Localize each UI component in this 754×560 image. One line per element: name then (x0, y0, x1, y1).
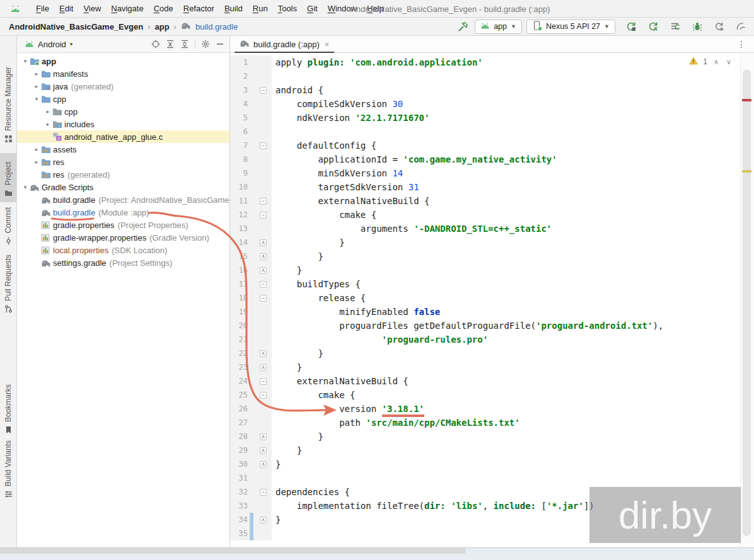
code-line[interactable]: 7− defaultConfig { (230, 139, 740, 152)
line-number[interactable]: 13 (230, 224, 249, 233)
editor-gutter[interactable]: 25− (230, 388, 272, 402)
editor-gutter[interactable]: 21 (230, 333, 272, 346)
code-line[interactable]: 20 proguardFiles getDefaultProguardFile(… (230, 319, 740, 333)
line-number[interactable]: 23 (230, 363, 249, 372)
line-number[interactable]: 14 (230, 238, 249, 247)
line-number[interactable]: 6 (230, 127, 249, 136)
tree-chevron-icon[interactable]: ▸ (32, 146, 41, 152)
menu-refactor[interactable]: Refactor (178, 1, 219, 16)
code-line[interactable]: 24− externalNativeBuild { (230, 374, 740, 388)
line-number[interactable]: 4 (230, 100, 249, 108)
tree-chevron-icon[interactable]: ▾ (21, 58, 30, 64)
code-line[interactable]: 23∧ } (230, 360, 740, 374)
tree-chevron-icon[interactable]: ▸ (44, 121, 52, 127)
code-line[interactable]: 28∧ } (230, 430, 740, 443)
fold-end-icon[interactable]: ∧ (260, 461, 267, 468)
line-number[interactable]: 2 (230, 72, 249, 81)
code-line[interactable]: 16∧ } (230, 263, 740, 277)
menu-view[interactable]: View (78, 1, 106, 16)
code-line[interactable]: 26 version '3.18.1' (230, 402, 740, 416)
code-line[interactable]: 2 (230, 69, 740, 83)
code-line[interactable]: 13 arguments '-DANDROID_STL=c++_static' (230, 222, 740, 236)
fold-open-icon[interactable]: − (260, 281, 267, 288)
tree-chevron-icon[interactable]: ▸ (32, 159, 41, 165)
fold-open-icon[interactable]: − (260, 378, 267, 385)
line-number[interactable]: 24 (230, 377, 249, 386)
editor-gutter[interactable]: 5 (230, 111, 272, 125)
fold-open-icon[interactable]: − (260, 142, 267, 149)
code-line[interactable]: 18− release { (230, 291, 740, 305)
profiler-icon[interactable] (734, 20, 749, 33)
editor-gutter[interactable]: 10 (230, 180, 272, 194)
locate-icon[interactable] (151, 40, 160, 49)
editor-gutter[interactable]: 26 (230, 402, 272, 416)
fold-end-icon[interactable]: ∧ (260, 239, 267, 246)
tab-build-gradle[interactable]: build.gradle (:app) × (233, 36, 335, 53)
editor-gutter[interactable]: 14∧ (230, 236, 272, 249)
tree-item-gradle-scripts[interactable]: ▾Gradle Scripts (17, 181, 229, 193)
code-line[interactable]: 10 targetSdkVersion 31 (230, 180, 740, 194)
editor-gutter[interactable]: 20 (230, 319, 272, 333)
breadcrumb-module[interactable]: app (154, 22, 169, 31)
line-number[interactable]: 29 (230, 446, 249, 455)
editor-gutter[interactable]: 17− (230, 277, 272, 291)
code-line[interactable]: 15∧ } (230, 249, 740, 263)
line-number[interactable]: 32 (230, 488, 249, 496)
scroll-stripe-mark[interactable] (742, 170, 751, 173)
expand-all-icon[interactable] (166, 40, 175, 49)
editor-gutter[interactable]: 12− (230, 208, 272, 222)
chevron-down-icon[interactable]: ▾ (70, 41, 73, 47)
tree-chevron-icon[interactable]: ▾ (21, 184, 30, 190)
menu-tools[interactable]: Tools (273, 1, 302, 16)
fold-open-icon[interactable]: − (260, 392, 267, 399)
tree-item-java[interactable]: ▸java(generated) (17, 80, 229, 93)
build-hammer-button[interactable] (455, 20, 470, 33)
project-view-selector[interactable]: Android (38, 40, 66, 49)
fold-open-icon[interactable]: − (260, 87, 267, 94)
line-number[interactable]: 11 (230, 197, 249, 205)
tree-item-assets[interactable]: ▸assets (17, 143, 229, 156)
menu-code[interactable]: Code (149, 1, 178, 16)
code-line[interactable]: 21 'proguard-rules.pro' (230, 333, 740, 346)
editor-gutter[interactable]: 15∧ (230, 249, 272, 263)
line-number[interactable]: 8 (230, 155, 249, 164)
editor-gutter[interactable]: 23∧ (230, 360, 272, 374)
fold-open-icon[interactable]: − (260, 198, 267, 205)
stripe-item-structure[interactable]: Structure (0, 536, 16, 547)
editor-gutter[interactable]: 22∧ (230, 346, 272, 360)
line-number[interactable]: 1 (230, 58, 249, 67)
editor-gutter[interactable]: 29∧ (230, 443, 272, 457)
menu-git[interactable]: Git (302, 1, 323, 16)
tree-chevron-icon[interactable]: ▸ (32, 83, 41, 89)
fold-end-icon[interactable]: ∧ (260, 253, 267, 260)
editor-gutter[interactable]: 35 (230, 527, 272, 540)
line-number[interactable]: 9 (230, 169, 249, 178)
editor-gutter[interactable]: 16∧ (230, 263, 272, 277)
breadcrumb-project[interactable]: AndroidNative_BasicGame_Evgen (9, 22, 143, 31)
code-line[interactable]: 9 minSdkVersion 14 (230, 166, 740, 180)
more-options-icon[interactable]: ⋮ (737, 39, 754, 49)
stripe-item-bookmarks[interactable]: Bookmarks (0, 387, 16, 439)
breadcrumb-file[interactable]: build.gradle (195, 22, 238, 31)
code-line[interactable]: 25− cmake { (230, 388, 740, 402)
editor-gutter[interactable]: 33 (230, 499, 272, 513)
editor-gutter[interactable]: 8 (230, 152, 272, 166)
line-number[interactable]: 19 (230, 307, 249, 316)
code-line[interactable]: 31 (230, 471, 740, 485)
fold-end-icon[interactable]: ∧ (260, 350, 267, 357)
editor-gutter[interactable]: 34∧ (230, 513, 272, 527)
tree-item-app[interactable]: ▾app (17, 55, 229, 67)
chevron-down-icon[interactable]: ∨ (725, 58, 733, 66)
editor-gutter[interactable]: 4 (230, 97, 272, 111)
tree-item-manifests[interactable]: ▸manifests (17, 67, 229, 80)
hide-panel-icon[interactable] (216, 40, 224, 49)
editor-gutter[interactable]: 18− (230, 291, 272, 305)
code-line[interactable]: 22∧ } (230, 346, 740, 360)
editor-gutter[interactable]: 28∧ (230, 430, 272, 443)
settings-gear-icon[interactable] (201, 40, 210, 49)
line-number[interactable]: 25 (230, 391, 249, 399)
tree-item-includes[interactable]: ▸includes (17, 118, 229, 130)
line-number[interactable]: 15 (230, 252, 249, 261)
code-line[interactable]: 3−android { (230, 83, 740, 97)
tree-item-gradle-wrapper-properties[interactable]: gradle-wrapper.properties(Gradle Version… (17, 231, 229, 244)
